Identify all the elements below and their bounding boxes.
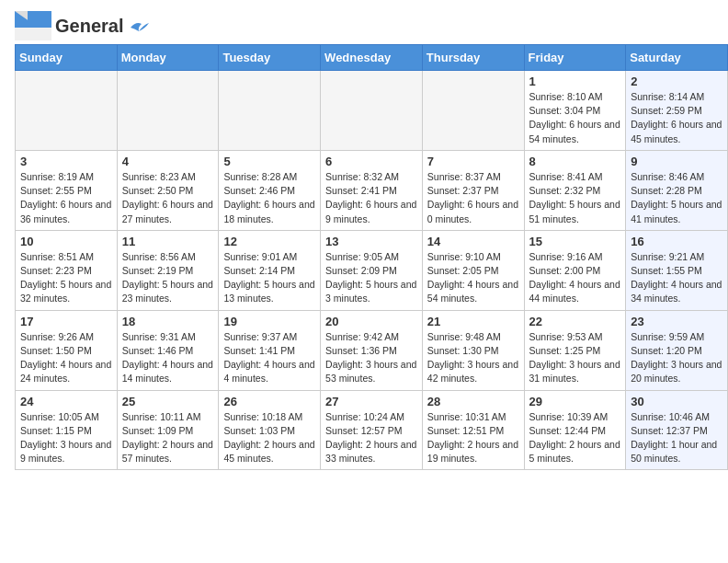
day-info: Sunrise: 10:05 AM Sunset: 1:15 PM Daylig…: [20, 410, 112, 466]
weekday-header-saturday: Saturday: [626, 45, 728, 71]
day-info: Sunrise: 10:46 AM Sunset: 12:37 PM Dayli…: [631, 410, 722, 466]
calendar-cell: 18Sunrise: 9:31 AM Sunset: 1:46 PM Dayli…: [117, 310, 219, 390]
weekday-header-row: SundayMondayTuesdayWednesdayThursdayFrid…: [16, 45, 728, 71]
calendar-cell: 7Sunrise: 8:37 AM Sunset: 2:37 PM Daylig…: [422, 150, 524, 230]
calendar-cell: 10Sunrise: 8:51 AM Sunset: 2:23 PM Dayli…: [16, 230, 118, 310]
svg-rect-3: [15, 24, 51, 28]
day-info: Sunrise: 8:46 AM Sunset: 2:28 PM Dayligh…: [631, 170, 722, 226]
day-number: 14: [427, 235, 519, 248]
day-info: Sunrise: 8:10 AM Sunset: 3:04 PM Dayligh…: [529, 90, 621, 146]
calendar-cell: 25Sunrise: 10:11 AM Sunset: 1:09 PM Dayl…: [117, 390, 219, 470]
day-number: 29: [529, 395, 621, 408]
calendar-cell: 11Sunrise: 8:56 AM Sunset: 2:19 PM Dayli…: [117, 230, 219, 310]
weekday-header-friday: Friday: [524, 45, 626, 71]
day-number: 11: [122, 235, 214, 248]
day-number: 2: [631, 75, 722, 88]
calendar-week-4: 17Sunrise: 9:26 AM Sunset: 1:50 PM Dayli…: [16, 310, 728, 390]
day-number: 12: [223, 235, 315, 248]
calendar-table: SundayMondayTuesdayWednesdayThursdayFrid…: [15, 44, 728, 470]
day-info: Sunrise: 8:23 AM Sunset: 2:50 PM Dayligh…: [122, 170, 214, 226]
day-number: 16: [631, 235, 722, 248]
day-info: Sunrise: 9:48 AM Sunset: 1:30 PM Dayligh…: [427, 330, 519, 386]
day-number: 21: [427, 315, 519, 328]
day-info: Sunrise: 9:01 AM Sunset: 2:14 PM Dayligh…: [223, 250, 315, 306]
calendar-cell: 23Sunrise: 9:59 AM Sunset: 1:20 PM Dayli…: [626, 310, 728, 390]
day-number: 4: [122, 155, 214, 168]
day-number: 13: [325, 235, 417, 248]
day-number: 25: [122, 395, 214, 408]
day-number: 10: [20, 235, 112, 248]
day-info: Sunrise: 8:32 AM Sunset: 2:41 PM Dayligh…: [325, 170, 417, 226]
calendar-cell: 28Sunrise: 10:31 AM Sunset: 12:51 PM Day…: [422, 390, 524, 470]
day-info: Sunrise: 8:56 AM Sunset: 2:19 PM Dayligh…: [122, 250, 214, 306]
day-info: Sunrise: 9:31 AM Sunset: 1:46 PM Dayligh…: [122, 330, 214, 386]
day-number: 3: [20, 155, 112, 168]
calendar-cell: 13Sunrise: 9:05 AM Sunset: 2:09 PM Dayli…: [321, 230, 423, 310]
day-info: Sunrise: 10:31 AM Sunset: 12:51 PM Dayli…: [427, 410, 519, 466]
header: General: [0, 0, 728, 44]
day-info: Sunrise: 9:53 AM Sunset: 1:25 PM Dayligh…: [529, 330, 621, 386]
day-info: Sunrise: 9:10 AM Sunset: 2:05 PM Dayligh…: [427, 250, 519, 306]
calendar-cell: 16Sunrise: 9:21 AM Sunset: 1:55 PM Dayli…: [626, 230, 728, 310]
calendar-cell: [117, 71, 219, 151]
page-container: General SundayMondayTuesdayWednesdayThur…: [0, 0, 728, 477]
calendar-cell: [16, 71, 118, 151]
calendar-week-1: 1Sunrise: 8:10 AM Sunset: 3:04 PM Daylig…: [16, 71, 728, 151]
weekday-header-thursday: Thursday: [422, 45, 524, 71]
calendar-cell: 15Sunrise: 9:16 AM Sunset: 2:00 PM Dayli…: [524, 230, 626, 310]
day-number: 28: [427, 395, 519, 408]
calendar-week-3: 10Sunrise: 8:51 AM Sunset: 2:23 PM Dayli…: [16, 230, 728, 310]
calendar-cell: 6Sunrise: 8:32 AM Sunset: 2:41 PM Daylig…: [321, 150, 423, 230]
calendar-cell: 24Sunrise: 10:05 AM Sunset: 1:15 PM Dayl…: [16, 390, 118, 470]
logo-icon: [15, 11, 51, 40]
calendar-cell: 3Sunrise: 8:19 AM Sunset: 2:55 PM Daylig…: [16, 150, 118, 230]
day-number: 30: [631, 395, 722, 408]
calendar-cell: 14Sunrise: 9:10 AM Sunset: 2:05 PM Dayli…: [422, 230, 524, 310]
day-number: 8: [529, 155, 621, 168]
calendar-cell: [219, 71, 321, 151]
calendar-cell: 26Sunrise: 10:18 AM Sunset: 1:03 PM Dayl…: [219, 390, 321, 470]
calendar-week-2: 3Sunrise: 8:19 AM Sunset: 2:55 PM Daylig…: [16, 150, 728, 230]
day-number: 7: [427, 155, 519, 168]
day-number: 26: [223, 395, 315, 408]
weekday-header-tuesday: Tuesday: [219, 45, 321, 71]
day-info: Sunrise: 9:05 AM Sunset: 2:09 PM Dayligh…: [325, 250, 417, 306]
day-number: 9: [631, 155, 722, 168]
day-info: Sunrise: 8:37 AM Sunset: 2:37 PM Dayligh…: [427, 170, 519, 226]
calendar-cell: 27Sunrise: 10:24 AM Sunset: 12:57 PM Day…: [321, 390, 423, 470]
day-info: Sunrise: 8:51 AM Sunset: 2:23 PM Dayligh…: [20, 250, 112, 306]
calendar-cell: 29Sunrise: 10:39 AM Sunset: 12:44 PM Day…: [524, 390, 626, 470]
day-info: Sunrise: 9:21 AM Sunset: 1:55 PM Dayligh…: [631, 250, 722, 306]
calendar-cell: 12Sunrise: 9:01 AM Sunset: 2:14 PM Dayli…: [219, 230, 321, 310]
calendar-cell: 8Sunrise: 8:41 AM Sunset: 2:32 PM Daylig…: [524, 150, 626, 230]
day-number: 5: [223, 155, 315, 168]
logo: General: [15, 11, 149, 39]
day-info: Sunrise: 9:42 AM Sunset: 1:36 PM Dayligh…: [325, 330, 417, 386]
day-number: 23: [631, 315, 722, 328]
day-info: Sunrise: 9:37 AM Sunset: 1:41 PM Dayligh…: [223, 330, 315, 386]
day-info: Sunrise: 10:18 AM Sunset: 1:03 PM Daylig…: [223, 410, 315, 466]
day-number: 20: [325, 315, 417, 328]
calendar-cell: 2Sunrise: 8:14 AM Sunset: 2:59 PM Daylig…: [626, 71, 728, 151]
svg-rect-4: [15, 28, 51, 40]
logo-bird: [129, 19, 149, 36]
calendar-cell: 5Sunrise: 8:28 AM Sunset: 2:46 PM Daylig…: [219, 150, 321, 230]
day-number: 6: [325, 155, 417, 168]
day-info: Sunrise: 8:19 AM Sunset: 2:55 PM Dayligh…: [20, 170, 112, 226]
day-number: 24: [20, 395, 112, 408]
calendar-cell: 21Sunrise: 9:48 AM Sunset: 1:30 PM Dayli…: [422, 310, 524, 390]
calendar-cell: 4Sunrise: 8:23 AM Sunset: 2:50 PM Daylig…: [117, 150, 219, 230]
calendar-wrapper: SundayMondayTuesdayWednesdayThursdayFrid…: [0, 44, 728, 477]
calendar-cell: 20Sunrise: 9:42 AM Sunset: 1:36 PM Dayli…: [321, 310, 423, 390]
day-info: Sunrise: 9:26 AM Sunset: 1:50 PM Dayligh…: [20, 330, 112, 386]
day-number: 1: [529, 75, 621, 88]
day-info: Sunrise: 10:24 AM Sunset: 12:57 PM Dayli…: [325, 410, 417, 466]
weekday-header-monday: Monday: [117, 45, 219, 71]
day-info: Sunrise: 9:16 AM Sunset: 2:00 PM Dayligh…: [529, 250, 621, 306]
day-info: Sunrise: 8:14 AM Sunset: 2:59 PM Dayligh…: [631, 90, 722, 146]
weekday-header-sunday: Sunday: [16, 45, 118, 71]
calendar-cell: [422, 71, 524, 151]
day-info: Sunrise: 8:28 AM Sunset: 2:46 PM Dayligh…: [223, 170, 315, 226]
day-number: 18: [122, 315, 214, 328]
day-number: 22: [529, 315, 621, 328]
